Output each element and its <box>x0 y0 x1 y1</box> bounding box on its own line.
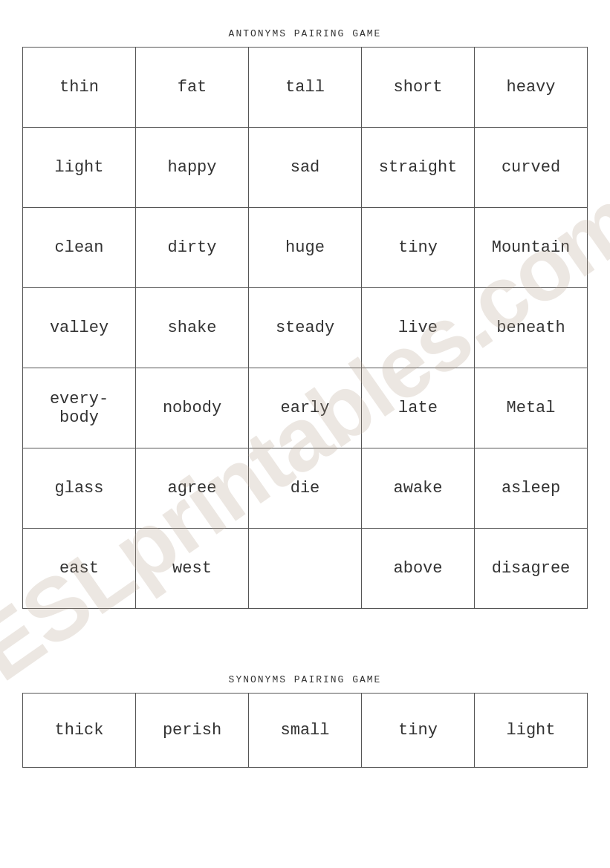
antonyms-cell-5-3: awake <box>362 448 475 529</box>
antonyms-cell-3-2: steady <box>249 288 362 368</box>
antonyms-cell-1-3: straight <box>362 128 475 208</box>
antonyms-cell-6-3: above <box>362 529 475 609</box>
antonyms-cell-6-4: disagree <box>475 529 588 609</box>
antonyms-title: ANTONYMS PAIRING GAME <box>22 28 588 39</box>
synonyms-cell-0-2: small <box>249 694 362 768</box>
synonyms-cell-0-3: tiny <box>362 694 475 768</box>
synonyms-cell-0-4: light <box>475 694 588 768</box>
antonyms-cell-1-0: light <box>23 128 136 208</box>
antonyms-cell-2-1: dirty <box>136 208 249 288</box>
antonyms-cell-6-1: west <box>136 529 249 609</box>
antonyms-cell-2-4: Mountain <box>475 208 588 288</box>
synonyms-cell-0-1: perish <box>136 694 249 768</box>
antonyms-cell-3-4: beneath <box>475 288 588 368</box>
antonyms-cell-3-1: shake <box>136 288 249 368</box>
antonyms-cell-5-1: agree <box>136 448 249 529</box>
antonyms-cell-0-1: fat <box>136 48 249 128</box>
antonyms-cell-2-3: tiny <box>362 208 475 288</box>
antonyms-cell-4-4: Metal <box>475 368 588 448</box>
antonyms-cell-5-0: glass <box>23 448 136 529</box>
antonyms-cell-6-0: east <box>23 529 136 609</box>
antonyms-cell-4-0: every- body <box>23 368 136 448</box>
synonyms-title: SYNONYMS PAIRING GAME <box>22 674 588 685</box>
antonyms-cell-6-2 <box>249 529 362 609</box>
antonyms-cell-5-4: asleep <box>475 448 588 529</box>
antonyms-cell-5-2: die <box>249 448 362 529</box>
antonyms-cell-4-2: early <box>249 368 362 448</box>
antonyms-cell-1-1: happy <box>136 128 249 208</box>
antonyms-cell-2-2: huge <box>249 208 362 288</box>
synonyms-cell-0-0: thick <box>23 694 136 768</box>
antonyms-cell-0-4: heavy <box>475 48 588 128</box>
antonyms-cell-2-0: clean <box>23 208 136 288</box>
antonyms-cell-0-3: short <box>362 48 475 128</box>
antonyms-cell-3-0: valley <box>23 288 136 368</box>
synonyms-table: thickperishsmalltinylight <box>22 693 588 768</box>
antonyms-cell-0-2: tall <box>249 48 362 128</box>
antonyms-cell-4-3: late <box>362 368 475 448</box>
antonyms-cell-1-4: curved <box>475 128 588 208</box>
antonyms-cell-0-0: thin <box>23 48 136 128</box>
antonyms-table: thinfattallshortheavylighthappysadstraig… <box>22 47 588 609</box>
antonyms-cell-3-3: live <box>362 288 475 368</box>
antonyms-cell-4-1: nobody <box>136 368 249 448</box>
antonyms-cell-1-2: sad <box>249 128 362 208</box>
